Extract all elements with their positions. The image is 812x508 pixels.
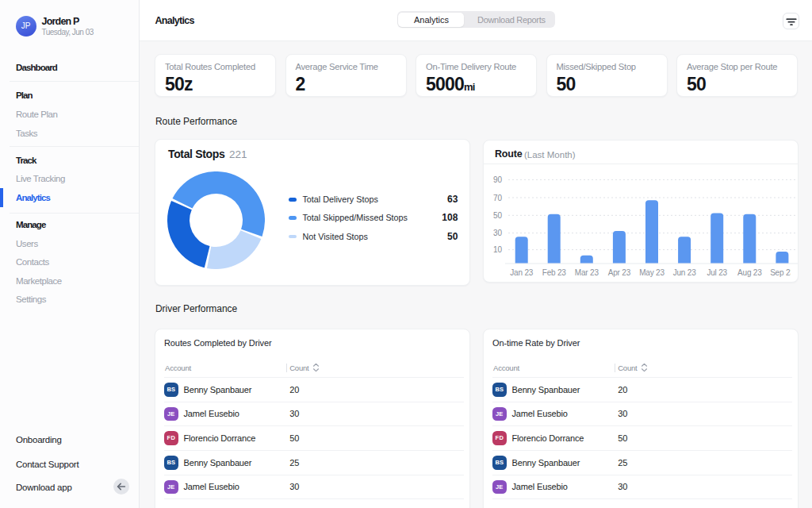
svg-text:70: 70 [493, 194, 503, 202]
svg-text:Jul 23: Jul 23 [707, 268, 727, 277]
svg-text:Feb 23: Feb 23 [542, 268, 567, 277]
svg-text:30: 30 [493, 229, 503, 237]
svg-text:90: 90 [493, 175, 503, 184]
svg-text:Jan 23: Jan 23 [510, 268, 533, 277]
svg-text:Jun 23: Jun 23 [673, 268, 696, 277]
svg-text:Sep 23: Sep 23 [770, 268, 795, 277]
svg-text:May 23: May 23 [639, 268, 665, 277]
svg-text:Mar 23: Mar 23 [575, 268, 599, 277]
svg-text:50: 50 [493, 211, 503, 220]
svg-text:10: 10 [493, 245, 503, 254]
svg-text:Aug 23: Aug 23 [737, 268, 762, 277]
svg-text:Apr 23: Apr 23 [608, 268, 631, 277]
